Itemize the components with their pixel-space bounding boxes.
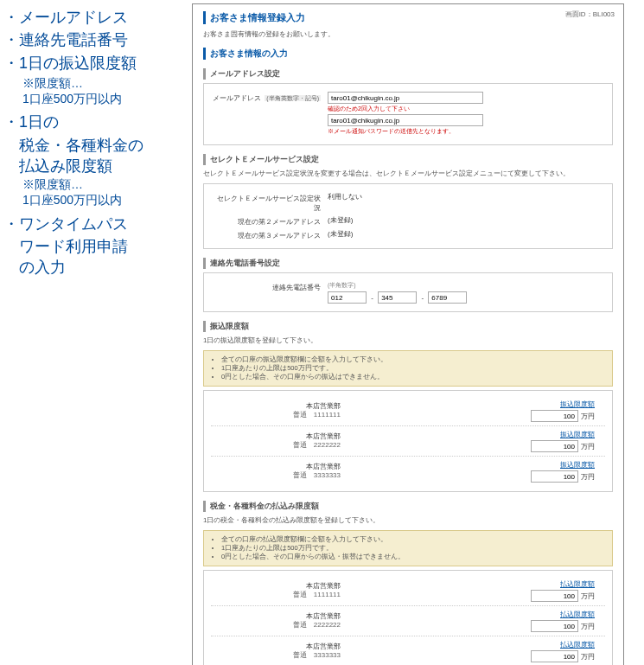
tax-desc: 1日の税金・各種料金の払込み限度額を登録して下さい。 <box>203 515 613 525</box>
phone-input-1[interactable] <box>328 291 367 304</box>
transfer-notice: 全ての口座の振込限度額欄に金額を入力して下さい。 1口座あたりの上限は500万円… <box>203 350 613 387</box>
intro-text: お客さま固有情報の登録をお願いします。 <box>203 29 613 39</box>
mail-panel: メールアドレス (半角英数字・記号) 確認のため2回入力して下さい ※メール通知… <box>203 83 613 145</box>
account-row: 本店営業部普通 1111111 振込限度額万円 <box>211 396 605 425</box>
form-screen: 画面ID：BLI003 お客さま情報登録入力 お客さま固有情報の登録をお願いしま… <box>192 3 624 665</box>
account-row: 本店営業部普通 3333333 振込限度額万円 <box>211 456 605 486</box>
account-row: 本店営業部普通 1111111 払込限度額万円 <box>211 576 605 605</box>
section-transfer-limit: 振込限度額 <box>203 321 613 332</box>
sidebar-item-cont: ワード利用申請 <box>3 236 185 257</box>
section-customer-info: お客さま情報の入力 <box>203 48 613 60</box>
sidebar-item-cont: の入力 <box>3 257 185 278</box>
phone-input-3[interactable] <box>428 291 467 304</box>
limit-input[interactable] <box>531 620 578 632</box>
phone-label: 連絡先電話番号 <box>211 281 328 292</box>
account-row: 本店営業部普通 2222222 振込限度額万円 <box>211 425 605 456</box>
sidebar-note: ※限度額… 1口座500万円以内 <box>3 176 185 208</box>
section-phone: 連絡先電話番号設定 <box>203 258 613 269</box>
mail3-label: 現在の第３メールアドレス <box>211 229 328 240</box>
section-select-mail: セレクトＥメールサービス設定 <box>203 154 613 165</box>
mail-confirm-note: 確認のため2回入力して下さい <box>328 105 605 113</box>
sidebar-item: ・連絡先電話番号 <box>3 29 185 50</box>
mail-confirm-input[interactable] <box>328 114 483 126</box>
limit-input[interactable] <box>531 470 578 483</box>
limit-input[interactable] <box>531 440 578 452</box>
phone-hint: (半角数字) <box>328 281 605 290</box>
mail2-label: 現在の第２メールアドレス <box>211 215 328 227</box>
phone-input-2[interactable] <box>378 291 417 304</box>
sidebar-item-cont: 払込み限度額 <box>3 156 185 176</box>
account-row: 本店営業部普通 3333333 払込限度額万円 <box>211 636 605 665</box>
mail2-value: (未登録) <box>328 215 605 225</box>
limit-input[interactable] <box>531 590 578 602</box>
sidebar-item: ・ワンタイムパス <box>3 214 185 234</box>
tax-notice: 全ての口座の払込限度額欄に金額を入力して下さい。 1口座あたりの上限は500万円… <box>203 530 613 566</box>
sidebar-note: ※限度額… 1口座500万円以内 <box>3 75 185 106</box>
select-mail-status-label: セレクトＥメールサービス設定状況 <box>211 192 328 213</box>
page-title: お客さま情報登録入力 <box>203 11 613 24</box>
sidebar-item: ・メールアドレス <box>3 7 185 28</box>
mail3-value: (未登録) <box>328 229 605 239</box>
limit-input[interactable] <box>531 410 578 422</box>
limit-input[interactable] <box>531 650 578 662</box>
select-mail-desc: セレクトＥメールサービス設定状況を変更する場合は、セレクトＥメールサービス設定メ… <box>203 169 613 178</box>
mail-warn: ※メール通知パスワードの送信先となります。 <box>328 127 605 136</box>
tax-accounts: 本店営業部普通 1111111 払込限度額万円 本店営業部普通 2222222 … <box>203 570 613 665</box>
section-tax-limit: 税金・各種料金の払込み限度額 <box>203 501 613 512</box>
select-mail-status-value: 利用しない <box>328 192 605 201</box>
screen-id: 画面ID：BLI003 <box>565 10 615 19</box>
mail-input[interactable] <box>328 92 483 104</box>
transfer-desc: 1日の振込限度額を登録して下さい。 <box>203 336 613 345</box>
mail-label: メールアドレス (半角英数字・記号) <box>211 92 328 103</box>
phone-panel: 連絡先電話番号 (半角数字) - - <box>203 272 613 312</box>
sidebar-item-cont: 税金・各種料金の <box>3 135 185 156</box>
sidebar-item: ・1日の振込限度額 <box>3 53 185 74</box>
sidebar-item: ・1日の <box>3 112 185 132</box>
transfer-accounts: 本店営業部普通 1111111 振込限度額万円 本店営業部普通 2222222 … <box>203 390 613 492</box>
instruction-sidebar: ・メールアドレス ・連絡先電話番号 ・1日の振込限度額 ※限度額… 1口座500… <box>3 3 185 665</box>
account-row: 本店営業部普通 2222222 払込限度額万円 <box>211 605 605 636</box>
select-mail-panel: セレクトＥメールサービス設定状況利用しない 現在の第２メールアドレス(未登録) … <box>203 183 613 249</box>
section-mail: メールアドレス設定 <box>203 68 613 80</box>
